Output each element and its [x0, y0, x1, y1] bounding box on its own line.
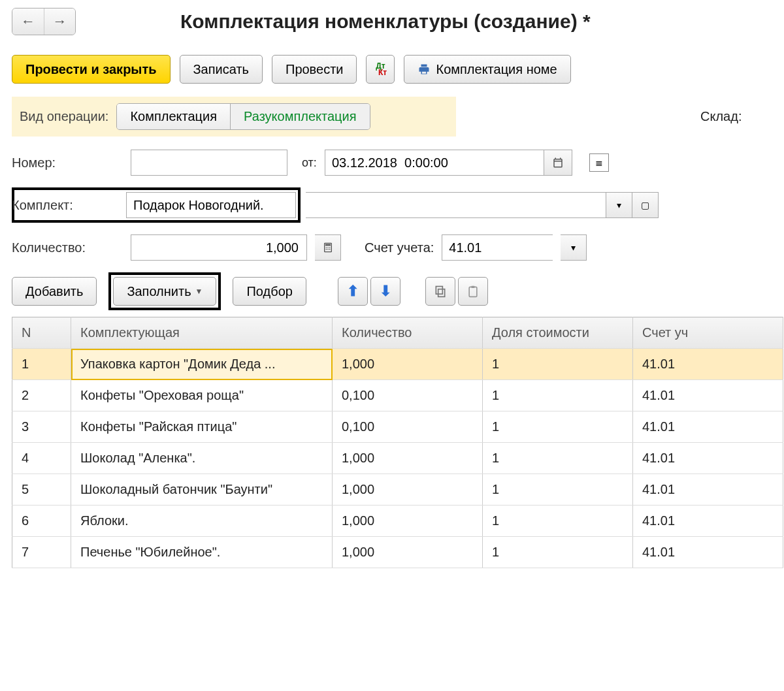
- operation-complect-button[interactable]: Комплектация: [117, 104, 230, 129]
- svg-point-5: [325, 249, 327, 250]
- cell-acct[interactable]: 41.01: [633, 349, 783, 380]
- col-header-share[interactable]: Доля стоимости: [483, 317, 633, 349]
- operation-decomplect-button[interactable]: Разукомплектация: [230, 104, 369, 129]
- open-icon: ▢: [641, 200, 649, 210]
- list-icon-button[interactable]: ≣: [589, 153, 609, 172]
- page-title: Комплектация номенклатуры (создание) *: [180, 10, 591, 33]
- operation-type-toggle: Комплектация Разукомплектация: [116, 103, 370, 130]
- account-input[interactable]: [442, 234, 553, 261]
- chevron-down-icon: ▼: [195, 287, 203, 296]
- account-label: Счет учета:: [365, 240, 434, 255]
- cell-n[interactable]: 4: [12, 443, 71, 474]
- calculator-button[interactable]: [315, 234, 341, 261]
- dtkt-button[interactable]: ДтКт: [366, 55, 395, 84]
- save-button[interactable]: Записать: [180, 55, 263, 84]
- move-up-button[interactable]: ⬆: [338, 277, 368, 306]
- cell-item[interactable]: Печенье "Юбилейное".: [71, 537, 333, 568]
- cell-share[interactable]: 1: [483, 380, 633, 411]
- cell-n[interactable]: 5: [12, 474, 71, 506]
- number-input[interactable]: [131, 150, 287, 176]
- cell-qty[interactable]: 1,000: [333, 349, 483, 380]
- cell-acct[interactable]: 41.01: [633, 537, 783, 568]
- cell-qty[interactable]: 0,100: [333, 411, 483, 443]
- cell-share[interactable]: 1: [483, 537, 633, 568]
- date-input[interactable]: [325, 150, 544, 176]
- cell-share[interactable]: 1: [483, 506, 633, 537]
- col-header-n[interactable]: N: [12, 317, 71, 349]
- date-label: от:: [302, 156, 317, 170]
- copy-icon: [434, 285, 447, 298]
- table-row[interactable]: 5Шоколадный батончик "Баунти"1,000141.01: [12, 474, 783, 506]
- svg-rect-10: [469, 287, 477, 297]
- cell-n[interactable]: 7: [12, 537, 71, 568]
- list-icon: ≣: [595, 157, 603, 168]
- calendar-icon: [552, 157, 564, 169]
- back-button[interactable]: ←: [12, 8, 44, 35]
- arrow-down-icon: ⬇: [380, 283, 391, 300]
- table-row[interactable]: 7Печенье "Юбилейное".1,000141.01: [12, 537, 783, 568]
- operation-type-label: Вид операции:: [20, 109, 108, 124]
- paste-button[interactable]: [458, 277, 488, 306]
- cell-n[interactable]: 1: [12, 349, 71, 380]
- cell-item[interactable]: Яблоки.: [71, 506, 333, 537]
- col-header-acct[interactable]: Счет уч: [633, 317, 783, 349]
- cell-acct[interactable]: 41.01: [633, 411, 783, 443]
- set-input-extended[interactable]: [306, 192, 606, 218]
- table-row[interactable]: 2Конфеты "Ореховая роща"0,100141.01: [12, 380, 783, 411]
- quantity-label: Количество:: [12, 240, 123, 255]
- move-down-button[interactable]: ⬇: [370, 277, 400, 306]
- table-row[interactable]: 4Шоколад "Аленка".1,000141.01: [12, 443, 783, 474]
- cell-qty[interactable]: 0,100: [333, 380, 483, 411]
- set-label-highlight: Комплект:: [12, 187, 301, 223]
- cell-n[interactable]: 2: [12, 380, 71, 411]
- cell-share[interactable]: 1: [483, 474, 633, 506]
- select-button[interactable]: Подбор: [233, 277, 306, 306]
- copy-button[interactable]: [425, 277, 455, 306]
- fill-button[interactable]: Заполнить ▼: [113, 277, 216, 306]
- cell-n[interactable]: 3: [12, 411, 71, 443]
- svg-point-4: [329, 247, 330, 248]
- cell-qty[interactable]: 1,000: [333, 537, 483, 568]
- add-row-button[interactable]: Добавить: [12, 277, 97, 306]
- cell-qty[interactable]: 1,000: [333, 506, 483, 537]
- set-open-button[interactable]: ▢: [632, 192, 659, 218]
- cell-item[interactable]: Шоколадный батончик "Баунти": [71, 474, 333, 506]
- cell-item[interactable]: Конфеты "Райская птица": [71, 411, 333, 443]
- cell-share[interactable]: 1: [483, 349, 633, 380]
- svg-point-2: [325, 247, 327, 248]
- table-row[interactable]: 1Упаковка картон "Домик Деда ...1,000141…: [12, 349, 783, 380]
- operation-type-row: Вид операции: Комплектация Разукомплекта…: [12, 97, 456, 137]
- cell-qty[interactable]: 1,000: [333, 443, 483, 474]
- cell-acct[interactable]: 41.01: [633, 443, 783, 474]
- table-toolbar: Добавить Заполнить ▼ Подбор ⬆ ⬇: [12, 272, 784, 310]
- print-button[interactable]: Комплектация номе: [404, 55, 570, 84]
- cell-acct[interactable]: 41.01: [633, 474, 783, 506]
- post-button[interactable]: Провести: [272, 55, 357, 84]
- set-dropdown-button[interactable]: ▾: [606, 192, 632, 218]
- cell-item[interactable]: Шоколад "Аленка".: [71, 443, 333, 474]
- cell-n[interactable]: 6: [12, 506, 71, 537]
- cell-item[interactable]: Упаковка картон "Домик Деда ...: [71, 349, 333, 380]
- cell-share[interactable]: 1: [483, 443, 633, 474]
- account-dropdown-button[interactable]: ▾: [561, 234, 587, 261]
- cell-acct[interactable]: 41.01: [633, 380, 783, 411]
- col-header-qty[interactable]: Количество: [333, 317, 483, 349]
- cell-acct[interactable]: 41.01: [633, 506, 783, 537]
- cell-item[interactable]: Конфеты "Ореховая роща": [71, 380, 333, 411]
- svg-point-6: [327, 249, 329, 250]
- forward-button[interactable]: →: [44, 8, 75, 35]
- chevron-down-icon: ▾: [617, 200, 621, 210]
- warehouse-area: Склад:: [700, 97, 742, 136]
- table-row[interactable]: 6Яблоки.1,000141.01: [12, 506, 783, 537]
- svg-point-7: [329, 249, 330, 250]
- quantity-input[interactable]: [131, 234, 307, 261]
- calendar-button[interactable]: [544, 150, 572, 176]
- print-label: Комплектация номе: [436, 62, 557, 77]
- cell-share[interactable]: 1: [483, 411, 633, 443]
- fill-label: Заполнить: [127, 284, 191, 299]
- cell-qty[interactable]: 1,000: [333, 474, 483, 506]
- post-and-close-button[interactable]: Провести и закрыть: [12, 55, 171, 84]
- set-input-visible[interactable]: [126, 192, 296, 218]
- table-row[interactable]: 3Конфеты "Райская птица"0,100141.01: [12, 411, 783, 443]
- col-header-item[interactable]: Комплектующая: [71, 317, 333, 349]
